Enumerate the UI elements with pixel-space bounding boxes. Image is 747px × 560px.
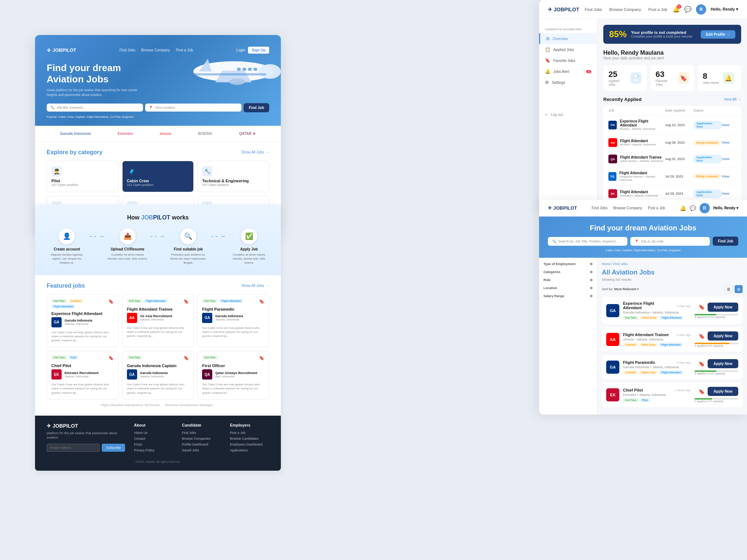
applied-table: Job Date Applied Status GA Experince Fli… <box>603 106 741 202</box>
company-logo-3: EK <box>51 369 62 380</box>
find-job-button[interactable]: Find Job <box>244 103 269 112</box>
jl-company-logo-2: GA <box>606 361 619 374</box>
hero-section: ✈ JOBPILOT Find Jobs Browse Company Post… <box>35 35 281 126</box>
job-company-3: EK Emirates Recruitment Jakarta, Indones… <box>51 369 114 380</box>
filter-categories: Categories ⊖ <box>543 270 593 274</box>
view-link-2[interactable]: View <box>722 157 736 161</box>
jl-location-input[interactable]: 📍 City or zip code <box>630 237 710 246</box>
jl-bookmark-0[interactable]: 🔖 <box>698 304 705 310</box>
filter-location-label[interactable]: Location ⊖ <box>543 286 593 290</box>
featured-job-3[interactable]: Full Time Pilot 🔖 Chief Pilot EK Emirate… <box>47 351 119 400</box>
view-all-link[interactable]: View All → <box>724 97 741 101</box>
bookmark-icon-2[interactable]: 🔖 <box>259 299 264 304</box>
sidebar-item-applied[interactable]: 📋 Applied Jobs <box>539 44 597 55</box>
jl-notification-icon[interactable]: 🔔 <box>680 205 686 211</box>
bookmark-icon-3[interactable]: 🔖 <box>108 355 114 361</box>
filter-location-chevron: ⊖ <box>590 286 593 290</box>
list-view-icon[interactable]: ☰ <box>724 285 732 293</box>
sidebar-item-settings[interactable]: ⚙ Settings <box>539 77 597 88</box>
company-logo-table-1: AA <box>608 138 617 147</box>
profile-banner: 85% Your profile is not completed Comple… <box>603 25 741 44</box>
subscribe-button[interactable]: Subscribe <box>102 444 125 452</box>
logout-item[interactable]: ↩ Log out <box>539 110 597 120</box>
filter-employment-label[interactable]: Type of Employment ⊖ <box>543 262 593 266</box>
view-link-3[interactable]: View <box>722 175 736 178</box>
show-all-jobs[interactable]: Show All Jobs → <box>241 150 269 154</box>
edit-profile-button[interactable]: Edit Profile → <box>701 30 735 39</box>
apply-now-button-3[interactable]: Apply Now <box>708 387 738 396</box>
featured-header: Featured jobs Show All Jobs → <box>47 283 269 289</box>
bookmark-icon-5[interactable]: 🔖 <box>259 355 264 361</box>
view-link-0[interactable]: View <box>722 123 736 127</box>
messages-icon[interactable]: 💬 <box>684 6 692 13</box>
jl-sort-row: Sort by: Most Relevant ▾ ☰ ⊞ <box>602 285 743 293</box>
category-title: Explore by category <box>47 149 102 156</box>
bookmark-icon-1[interactable]: 🔖 <box>183 299 189 304</box>
apply-now-button-0[interactable]: Apply Now <box>708 303 738 312</box>
airlines-strip: Garuda Indonesia Emirates airasia BOEING… <box>35 126 281 142</box>
notification-badge: 2 <box>677 4 681 9</box>
job-card-header-5: Full Time 🔖 <box>202 355 264 361</box>
jl-bookmark-1[interactable]: 🔖 <box>698 333 705 339</box>
jl-card-info-0: Experince Flight Attendant 2 days ago Ga… <box>623 301 691 320</box>
jl-card-info-2: Flight Paramedic 5 days ago Garuda Indon… <box>623 360 691 374</box>
apply-now-button-1[interactable]: Apply Now <box>708 331 738 341</box>
notification-bell[interactable]: 🔔 2 <box>673 6 680 13</box>
table-row: GA Experince Flight Attendant Airasia • … <box>603 116 741 135</box>
search-input-wrap[interactable]: 🔍 Job title, Keyword... <box>47 104 143 112</box>
job-tags-2: Full Time Flight Attendant <box>202 299 243 303</box>
filter-categories-chevron: ⊖ <box>590 270 593 274</box>
job-card-header-0: Full Time Contract Flight Attendant 🔖 <box>51 299 114 308</box>
bookmark-icon-0[interactable]: 🔖 <box>108 299 114 304</box>
featured-job-5[interactable]: Full Time 🔖 First Officer QA Qatar Airwa… <box>197 351 269 400</box>
jl-bookmark-3[interactable]: 🔖 <box>698 389 705 394</box>
featured-job-1[interactable]: Full Time Flight Attendant 🔖 Flight Atte… <box>122 294 194 347</box>
profile-banner-left: 85% Your profile is not completed Comple… <box>609 29 692 39</box>
category-card-pilot[interactable]: 👨‍✈️ Pilot 157 Open position <box>47 161 119 192</box>
favorites-stat-icon: 🔖 <box>678 72 689 84</box>
dash-nav-right: 🔔 2 💬 R Hello, Rendy ▾ <box>673 4 738 15</box>
company-logo-table-2: QA <box>608 155 617 163</box>
dash-plane-icon: ✈ <box>548 7 552 12</box>
profile-percentage: 85% <box>609 29 627 39</box>
bookmark-icon-4[interactable]: 🔖 <box>183 355 189 361</box>
favorites-icon: 🔖 <box>545 58 550 63</box>
category-card-technical[interactable]: 🔧 Technical & Engineering 297 Open posit… <box>197 161 269 192</box>
filter-role-label[interactable]: Role ⊖ <box>543 278 593 282</box>
applied-stat-icon: 📄 <box>630 72 642 84</box>
jl-message-icon[interactable]: 💬 <box>690 205 696 211</box>
airasia-logo: airasia <box>160 132 171 136</box>
jl-card-tags-0: Full Time Other Crew Flight Attendant <box>623 316 691 320</box>
step-upload-cv: 📤 Upload CV/Resume Curabitur sit amet ma… <box>108 228 148 261</box>
sidebar-item-alerts[interactable]: 🔔 Jobs Alert 8 <box>539 66 597 77</box>
featured-job-4[interactable]: Full Time 🔖 Garuda Indonesia Captain GA … <box>122 351 194 400</box>
footer-subscribe: Subscribe <box>47 444 125 452</box>
alerts-stat-icon: 🔔 <box>723 72 734 84</box>
jl-find-button[interactable]: Find Job <box>713 237 738 246</box>
grid-view-icon[interactable]: ⊞ <box>735 285 743 293</box>
footer-section: ✈ JOBPILOT platform for the job seeker t… <box>35 416 281 471</box>
hero-title: Find your dream Aviation Jobs <box>47 62 269 85</box>
hero-subtitle: Great platform for the job seeker that s… <box>47 88 142 97</box>
overview-icon: ⊞ <box>546 36 550 41</box>
boeing-logo: BOEING <box>198 132 212 136</box>
location-input-wrap[interactable]: 📍 Your Location <box>145 104 241 112</box>
sidebar-item-favorites[interactable]: 🔖 Favorite Jobs <box>539 55 597 66</box>
jl-search-input[interactable]: 🔍 Search by: Job Title, Position, Keywor… <box>548 237 627 246</box>
filter-salary-label[interactable]: Salary Range ⊖ <box>543 294 593 298</box>
sidebar-item-overview[interactable]: ⊞ Overview <box>539 33 597 44</box>
jl-bookmark-2[interactable]: 🔖 <box>698 361 705 367</box>
filter-categories-label[interactable]: Categories ⊖ <box>543 270 593 274</box>
company-logo-5: QA <box>202 369 212 380</box>
apply-now-button-2[interactable]: Apply Now <box>708 359 738 368</box>
view-link-4[interactable]: View <box>722 192 736 195</box>
show-all-featured[interactable]: Show All Jobs → <box>241 284 269 288</box>
footer-email-input[interactable] <box>47 444 100 452</box>
featured-job-2[interactable]: Full Time Flight Attendant 🔖 Flight Para… <box>197 294 269 347</box>
breadcrumb: Home / Find Jobs <box>602 262 743 266</box>
featured-job-0[interactable]: Full Time Contract Flight Attendant 🔖 Ex… <box>47 294 119 347</box>
recently-applied-header: Recently Applied View All → <box>603 97 741 102</box>
filter-role: Role ⊖ <box>543 278 593 282</box>
view-link-1[interactable]: View <box>722 141 736 144</box>
category-card-cabin-crew[interactable]: 🧳 Cabin Crew 312 Open position <box>122 161 194 192</box>
